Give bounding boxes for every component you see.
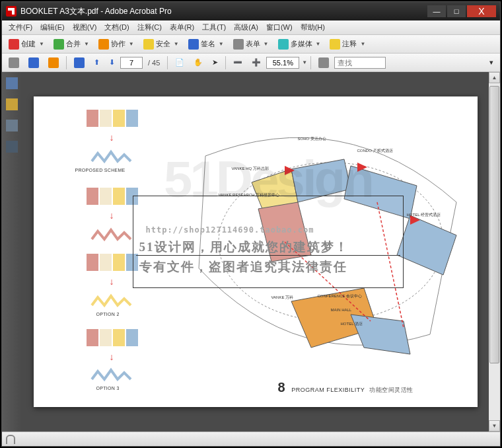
scroll-track[interactable] bbox=[489, 83, 500, 420]
menu-tools[interactable]: 工具(T) bbox=[198, 21, 230, 34]
collab-button[interactable]: 协作▼ bbox=[94, 37, 138, 52]
sign-button[interactable]: 签名▼ bbox=[184, 37, 228, 52]
titlebar: BOOKLET A3文本.pdf - Adobe Acrobat Pro — □… bbox=[2, 2, 500, 20]
pdf-page: ↓ PROPOSED SCHEME ↓ ↓ OPTION 2 ↓ OPTION … bbox=[34, 96, 478, 407]
plus-icon: ➕ bbox=[252, 58, 261, 67]
print-button[interactable] bbox=[5, 56, 23, 70]
menu-comments[interactable]: 注释(C) bbox=[133, 21, 166, 34]
chevron-down-icon[interactable]: ▼ bbox=[302, 59, 307, 65]
watermark-line1: 51设计网，用心成就您的建筑梦！ bbox=[139, 239, 400, 256]
secure-label: 安全 bbox=[156, 39, 170, 49]
hand-icon: ✋ bbox=[194, 58, 203, 67]
minus-icon: ➖ bbox=[233, 58, 242, 67]
maximize-button[interactable]: □ bbox=[447, 5, 466, 17]
menu-window[interactable]: 窗口(W) bbox=[262, 21, 297, 34]
paperclip-icon[interactable] bbox=[6, 435, 15, 444]
anno-soho: SOHO 灵活办公 bbox=[298, 136, 326, 142]
save-button[interactable] bbox=[24, 56, 43, 70]
chevron-down-icon: ▼ bbox=[129, 41, 134, 47]
find-input[interactable] bbox=[334, 57, 386, 69]
scroll-thumb[interactable] bbox=[489, 86, 499, 363]
minimize-button[interactable]: — bbox=[427, 5, 446, 17]
watermark-url: http://shop127114690.taobao.com bbox=[146, 225, 314, 235]
svg-marker-7 bbox=[351, 315, 410, 354]
create-icon bbox=[9, 39, 19, 50]
anno-vanke: VANKE 万科 bbox=[271, 295, 294, 301]
menu-forms[interactable]: 表单(R) bbox=[166, 21, 198, 34]
scroll-up-button[interactable]: ▲ bbox=[489, 72, 500, 83]
toolbar-file: ⬆ ⬇ / 45 📄 ✋ ➤ ➖ ➕ ▼ ▾ bbox=[2, 54, 500, 72]
scheme-sketch bbox=[90, 365, 136, 383]
acrobat-icon bbox=[6, 6, 17, 17]
scheme-label: OPTION 2 bbox=[96, 312, 120, 317]
multimedia-label: 多媒体 bbox=[291, 39, 312, 49]
separator bbox=[310, 56, 311, 69]
statusbar bbox=[2, 431, 500, 446]
email-button[interactable] bbox=[44, 56, 63, 70]
page-total-label: / 45 bbox=[148, 59, 160, 67]
chevron-down-icon: ▼ bbox=[360, 41, 365, 47]
multimedia-button[interactable]: 多媒体▼ bbox=[274, 37, 325, 52]
select-tool[interactable]: ➤ bbox=[208, 56, 222, 69]
anno-hotel: HOTEL 经营式酒店 bbox=[407, 212, 441, 218]
page-section-number: 8 bbox=[278, 380, 286, 394]
menu-view[interactable]: 视图(V) bbox=[69, 21, 101, 34]
page-prev-button[interactable]: ⬆ bbox=[90, 56, 104, 69]
zoom-input[interactable] bbox=[266, 57, 299, 69]
page-first-button[interactable] bbox=[70, 56, 89, 70]
watermark-divider bbox=[136, 255, 400, 256]
page-next-button[interactable]: ⬇ bbox=[105, 56, 119, 69]
combine-button[interactable]: 合并▼ bbox=[50, 37, 93, 52]
scheme-label: OPTION 3 bbox=[96, 386, 120, 391]
toolbar-overflow[interactable]: ▾ bbox=[485, 56, 497, 69]
zoom-out-button[interactable]: ➖ bbox=[229, 56, 246, 69]
page-section-title-cn: 功能空间灵活性 bbox=[369, 387, 413, 393]
secure-button[interactable]: 安全▼ bbox=[139, 37, 183, 52]
forms-icon bbox=[233, 39, 244, 50]
comments-panel-button[interactable] bbox=[6, 98, 18, 110]
attachments-panel-button[interactable] bbox=[6, 120, 18, 131]
page-viewport[interactable]: ↓ PROPOSED SCHEME ↓ ↓ OPTION 2 ↓ OPTION … bbox=[22, 72, 489, 431]
hand-tool[interactable]: ✋ bbox=[190, 56, 207, 69]
menu-edit[interactable]: 编辑(E) bbox=[36, 21, 69, 34]
svg-marker-5 bbox=[397, 215, 456, 275]
pages-panel-button[interactable] bbox=[6, 77, 18, 89]
color-swatches bbox=[87, 110, 138, 127]
forms-button[interactable]: 表单▼ bbox=[229, 37, 273, 52]
sign-icon bbox=[188, 39, 199, 50]
menu-help[interactable]: 帮助(H) bbox=[297, 21, 329, 34]
page-number-input[interactable] bbox=[120, 57, 143, 69]
content-area: ↓ PROPOSED SCHEME ↓ ↓ OPTION 2 ↓ OPTION … bbox=[2, 72, 500, 431]
menu-file[interactable]: 文件(F) bbox=[5, 21, 36, 34]
chevron-down-icon: ▼ bbox=[174, 41, 179, 47]
save-icon bbox=[28, 57, 39, 68]
comment-button[interactable]: 注释▼ bbox=[326, 37, 369, 52]
page-icon: 📄 bbox=[175, 58, 184, 67]
menu-advanced[interactable]: 高级(A) bbox=[230, 21, 262, 34]
color-swatches bbox=[87, 254, 138, 271]
separator bbox=[167, 56, 168, 69]
anno-hotel2: HOTEL 酒店 bbox=[341, 321, 363, 327]
arrow-down-icon: ↓ bbox=[110, 276, 114, 287]
separator bbox=[66, 56, 67, 69]
color-swatches bbox=[87, 329, 138, 346]
printer-icon bbox=[9, 57, 19, 68]
arrow-down-icon: ↓ bbox=[110, 132, 114, 143]
arrow-down-icon: ↓ bbox=[110, 352, 114, 362]
fit-page-button[interactable] bbox=[314, 56, 333, 70]
page-icon bbox=[74, 57, 85, 68]
zoom-in-button[interactable]: ➕ bbox=[248, 56, 265, 69]
vertical-scrollbar[interactable]: ▲ ▼ bbox=[489, 72, 500, 431]
signatures-panel-button[interactable] bbox=[6, 141, 18, 153]
scroll-down-button[interactable]: ▼ bbox=[489, 420, 500, 431]
scroll-tool[interactable]: 📄 bbox=[171, 56, 188, 69]
create-button[interactable]: 创建▼ bbox=[5, 37, 48, 52]
color-swatches bbox=[87, 188, 138, 205]
menu-document[interactable]: 文档(D) bbox=[100, 21, 133, 34]
chevron-down-icon: ▼ bbox=[219, 41, 224, 47]
close-button[interactable]: X bbox=[467, 5, 496, 17]
lock-icon bbox=[143, 39, 154, 50]
separator bbox=[225, 56, 226, 69]
page-section-title-en: PROGRAM FLEXIBILITY bbox=[291, 387, 365, 393]
scheme-sketch bbox=[90, 147, 136, 165]
